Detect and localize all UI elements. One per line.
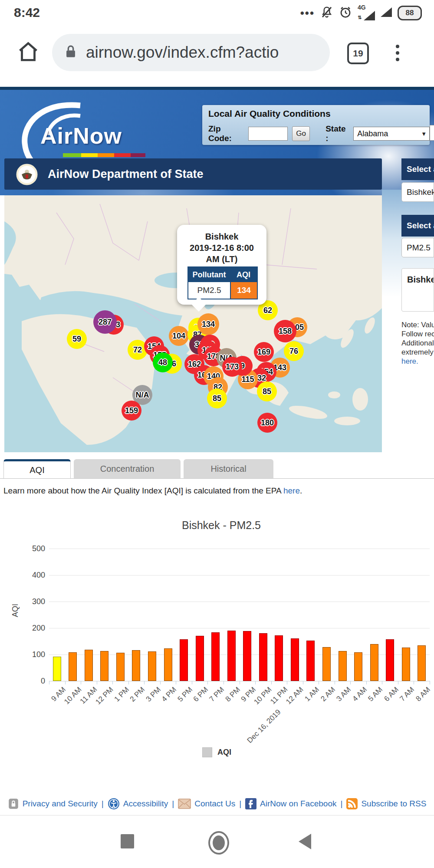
y-tick-label: 400	[25, 571, 45, 580]
select-city-header: Select a	[401, 158, 434, 180]
recents-button[interactable]	[121, 834, 134, 848]
footer-link-subscribe-to-rss[interactable]: Subscribe to RSS	[346, 798, 426, 809]
more-notifications-icon: •••	[300, 7, 315, 20]
chevron-down-icon: ▼	[421, 131, 427, 137]
footer-link-contact-us[interactable]: Contact Us	[178, 799, 235, 809]
tab-concentration[interactable]: Concentration	[74, 459, 181, 479]
sidebar-note-line: Follow reco	[401, 329, 434, 339]
x-axis-tick	[382, 681, 382, 684]
x-tick-label: 11 PM	[269, 685, 289, 706]
envelope-icon	[178, 799, 191, 809]
x-axis-tick	[49, 681, 49, 684]
battery-icon: 88	[398, 6, 422, 20]
department-banner: AirNow Department of State	[4, 158, 382, 190]
x-axis-tick	[255, 681, 256, 684]
x-axis-tick	[303, 681, 303, 684]
go-button[interactable]: Go	[292, 126, 310, 141]
x-axis-tick	[398, 681, 398, 684]
footer-link-accessibility[interactable]: Accessibility	[108, 798, 168, 810]
epa-here-link[interactable]: here	[283, 486, 300, 495]
sidebar-note: Note: ValueFollow recoAdditionalextremel…	[401, 320, 434, 366]
aqi-map-marker[interactable]: 134	[197, 313, 219, 335]
city-select[interactable]: Bishkek	[401, 182, 434, 202]
footer-link-privacy-and-security[interactable]: Privacy and Security	[8, 798, 98, 810]
tab-aqi[interactable]: AQI	[3, 459, 71, 479]
x-axis-tick	[97, 681, 97, 684]
x-tick-label: 2 PM	[128, 685, 147, 704]
tab-switcher-button[interactable]: 19	[347, 43, 369, 64]
tooltip-city: Bishkek	[181, 231, 262, 242]
aqi-map-marker[interactable]: 48	[153, 352, 173, 372]
aqi-map-marker[interactable]: 159	[122, 401, 141, 421]
aqi-map-marker[interactable]: 180	[257, 413, 277, 433]
mute-bell-icon	[320, 6, 333, 20]
aqi-bar-11am	[85, 650, 93, 681]
x-tick-label: 4 AM	[351, 685, 369, 704]
footer-link-airnow-on-facebook[interactable]: AirNow on Facebook	[245, 798, 336, 809]
gridline	[49, 549, 430, 549]
aqi-map-marker[interactable]: 287	[93, 310, 117, 334]
x-axis-tick	[176, 681, 176, 684]
chart-legend: AQI	[202, 747, 231, 757]
back-button[interactable]	[299, 834, 311, 849]
x-axis-tick	[144, 681, 145, 684]
y-tick-label: 500	[25, 544, 45, 553]
aqi-map-marker[interactable]: 85	[257, 381, 277, 401]
x-tick-label: 3 PM	[144, 685, 162, 704]
aqi-map-marker[interactable]: 169	[254, 342, 274, 362]
aqi-bar-8pm	[227, 631, 236, 681]
home-icon[interactable]	[16, 39, 41, 66]
tooltip-col-pollutant: Pollutant	[188, 270, 230, 279]
x-axis-tick	[192, 681, 192, 684]
x-tick-label: 3 AM	[335, 685, 353, 704]
x-tick-label: 12 PM	[94, 685, 115, 707]
x-axis-tick	[112, 681, 113, 684]
y-tick-label: 200	[25, 624, 45, 633]
aqi-map-marker[interactable]: 158	[274, 320, 296, 342]
pollutant-select[interactable]: PM2.5	[401, 238, 434, 257]
sidebar-note-line: extremely h	[401, 348, 434, 357]
aqi-world-map[interactable]: 1051586276169143154132115851801932875972…	[4, 195, 382, 452]
aqi-bar-8am	[418, 645, 426, 681]
zip-label: Zip Code:	[208, 124, 244, 143]
tabs-divider	[0, 478, 434, 479]
logo-text: AirNow	[40, 123, 122, 149]
aqi-bar-2pm	[132, 650, 140, 681]
browser-menu-button[interactable]	[396, 42, 399, 64]
gridline	[49, 628, 430, 628]
zip-input[interactable]	[248, 127, 288, 141]
x-tick-label: 5 AM	[367, 685, 385, 704]
home-button[interactable]	[208, 831, 229, 855]
aqi-map-marker[interactable]: 173	[222, 357, 242, 377]
alarm-clock-icon	[339, 6, 352, 20]
aqi-map-marker[interactable]: 59	[67, 329, 87, 349]
aqi-bar-1pm	[116, 653, 125, 681]
aqi-bar-6am	[386, 639, 394, 681]
aqi-map-marker[interactable]: 104	[169, 326, 189, 346]
x-tick-label: 7 AM	[398, 685, 417, 704]
x-tick-label: 10 AM	[62, 685, 83, 706]
local-conditions-panel: Local Air Quality Conditions Zip Code: G…	[202, 105, 430, 145]
footer-separator: |	[102, 799, 104, 809]
aqi-bar-3pm	[148, 651, 156, 681]
gridline	[49, 575, 430, 575]
learn-more-text: Learn more about how the Air Quality Ind…	[3, 486, 302, 496]
aqi-bar-12pm	[100, 651, 108, 681]
x-tick-label: 12 AM	[284, 685, 305, 706]
header-top-strip	[0, 87, 434, 90]
aqi-bar-4am	[354, 652, 362, 681]
x-axis-tick	[207, 681, 208, 684]
panel-title: Local Air Quality Conditions	[208, 108, 331, 119]
x-axis-tick	[81, 681, 81, 684]
state-select[interactable]: Alabama▼	[353, 127, 430, 141]
aqi-map-marker[interactable]: 85	[207, 388, 227, 408]
url-text: airnow.gov/index.cfm?actio	[86, 43, 279, 62]
tab-historical[interactable]: Historical	[184, 459, 273, 479]
partial-button	[430, 125, 434, 141]
status-clock: 8:42	[14, 5, 40, 20]
aqi-map-marker[interactable]: 76	[284, 341, 304, 361]
site-footer: Privacy and Security|Accessibility|Conta…	[0, 798, 434, 810]
address-bar[interactable]: airnow.gov/index.cfm?actio	[52, 34, 330, 71]
y-tick-label: 0	[25, 677, 45, 686]
sidebar-note-here-link[interactable]: here.	[401, 357, 434, 366]
